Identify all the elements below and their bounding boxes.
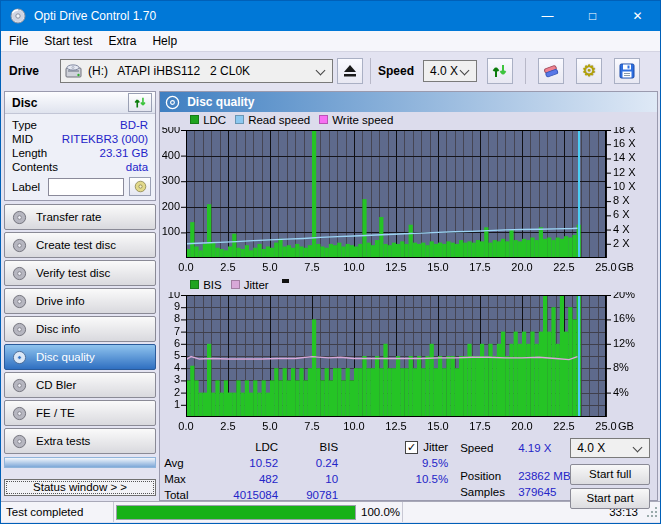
position-info-value: 23862 MB	[518, 470, 570, 486]
bis-jitter-chart	[160, 292, 657, 436]
position-info-label: Position	[460, 470, 518, 486]
bis-legend-label: BIS	[203, 279, 222, 291]
disc-refresh-button[interactable]	[128, 93, 152, 112]
sidebar-item-cd-bler[interactable]: CD Bler	[4, 372, 156, 398]
cd-icon	[12, 238, 27, 253]
menu-extra[interactable]: Extra	[100, 31, 144, 51]
minimize-button[interactable]: —	[525, 1, 570, 31]
sidebar-divider	[4, 457, 156, 468]
ldc-swatch	[190, 115, 199, 124]
cd-icon	[165, 95, 180, 110]
speed-value: 4.0 X	[430, 64, 458, 78]
disc-mid-value: RITEKBR3 (000)	[62, 133, 148, 145]
disc-label-label: Label	[12, 181, 40, 193]
bis-swatch	[190, 280, 199, 289]
refresh-icon	[492, 63, 508, 79]
legend-item-write-speed: Write speed	[319, 114, 393, 126]
legend-item-jitter: Jitter	[231, 279, 269, 291]
disc-label-button[interactable]	[129, 177, 151, 196]
toolbar: Drive (H:) ATAPI iHBS112 2 CL0K Speed 4.…	[1, 52, 660, 89]
chevron-down-icon	[634, 444, 642, 452]
toolbar-separator	[370, 58, 371, 84]
menu-file[interactable]: File	[1, 31, 36, 51]
menu-help[interactable]: Help	[144, 31, 185, 51]
speed-select[interactable]: 4.0 X	[423, 60, 477, 82]
legend-item-read-speed: Read speed	[235, 114, 310, 126]
results-table: LDC BIS ✓ Jitter Avg 10.52 0.24	[164, 439, 448, 503]
sidebar-item-disc-quality[interactable]: Disc quality	[4, 344, 156, 370]
sidebar-item-create-test-disc[interactable]: Create test disc	[4, 232, 156, 258]
disc-label-input[interactable]	[48, 178, 124, 196]
cd-icon	[12, 210, 27, 225]
legend-item-ldc: LDC	[190, 114, 226, 126]
stats-area: LDC BIS ✓ Jitter Avg 10.52 0.24	[160, 436, 657, 500]
disc-panel: Disc TypeBD-R MIDRITEKBR3 (000) Length23…	[4, 91, 156, 201]
sidebar-item-disc-info[interactable]: Disc info	[4, 316, 156, 342]
sidebar: Disc TypeBD-R MIDRITEKBR3 (000) Length23…	[1, 89, 158, 501]
samples-info-value: 379645	[518, 486, 556, 502]
speed-label: Speed	[378, 64, 414, 78]
chart2-legend: BISJitter	[160, 277, 657, 292]
read-speed-swatch	[235, 115, 244, 124]
cd-icon	[12, 378, 27, 393]
app-window: Opti Drive Control 1.70 — □ ✕ File Start…	[0, 0, 661, 524]
start-part-button[interactable]: Start part	[570, 488, 650, 509]
sidebar-item-transfer-rate[interactable]: Transfer rate	[4, 204, 156, 230]
eject-button[interactable]	[337, 58, 363, 84]
window-title: Opti Drive Control 1.70	[34, 9, 525, 23]
cd-icon	[12, 434, 27, 449]
app-disc-icon	[10, 8, 26, 24]
disc-quality-panel: Disc quality LDCRead speedWrite speed BI…	[159, 91, 658, 501]
chevron-down-icon	[461, 67, 469, 75]
gears-icon: ⚙	[582, 61, 596, 80]
start-full-button[interactable]: Start full	[570, 464, 650, 485]
disc-length-value: 23.31 GB	[100, 147, 149, 159]
save-icon	[619, 63, 635, 79]
table-row: Avg 10.52 0.24 9.5%	[164, 455, 448, 471]
cd-icon	[12, 322, 27, 337]
disc-type-value: BD-R	[120, 119, 148, 131]
disc-contents-value[interactable]: data	[126, 161, 148, 173]
sidebar-item-drive-info[interactable]: Drive info	[4, 288, 156, 314]
write-speed-swatch	[319, 115, 328, 124]
jitter-legend-label: Jitter	[244, 279, 269, 291]
read-speed-legend-label: Read speed	[248, 114, 310, 126]
maximize-button[interactable]: □	[570, 1, 615, 31]
disc-contents-label: Contents	[12, 161, 58, 173]
disc-type-label: Type	[12, 119, 37, 131]
legend-marker	[282, 279, 289, 283]
test-speed-select[interactable]: 4.0 X	[570, 438, 650, 458]
status-bar: Test completed 100.0% 33:13	[1, 501, 660, 522]
write-speed-legend-label: Write speed	[332, 114, 393, 126]
status-window-button[interactable]: Status window > >	[4, 479, 156, 496]
refresh-icon	[134, 96, 147, 109]
jitter-checkbox[interactable]: ✓ Jitter	[405, 441, 448, 454]
speed-info-label: Speed	[460, 442, 518, 458]
cd-icon	[134, 180, 147, 193]
sidebar-item-extra-tests[interactable]: Extra tests	[4, 428, 156, 454]
status-text: Test completed	[1, 502, 114, 522]
toolbar-separator	[525, 58, 526, 84]
panel-title: Disc quality	[187, 95, 254, 109]
cd-icon	[12, 266, 27, 281]
save-button[interactable]	[614, 58, 640, 84]
jitter-checkbox-label: Jitter	[423, 441, 448, 453]
cd-icon	[12, 294, 27, 309]
disc-mid-label: MID	[12, 133, 33, 145]
bis-column-header: BIS	[278, 441, 338, 453]
refresh-button[interactable]	[487, 58, 513, 84]
table-row: Max 482 10 10.5%	[164, 471, 448, 487]
drive-select[interactable]: (H:) ATAPI iHBS112 2 CL0K	[60, 59, 333, 83]
legend-item-bis: BIS	[190, 279, 222, 291]
drive-icon	[65, 64, 83, 78]
eject-icon	[343, 65, 357, 77]
chevron-down-icon	[317, 67, 325, 75]
sidebar-item-verify-test-disc[interactable]: Verify test disc	[4, 260, 156, 286]
sidebar-item-fe-te[interactable]: FE / TE	[4, 400, 156, 426]
erase-button[interactable]	[538, 58, 564, 84]
menu-start-test[interactable]: Start test	[36, 31, 100, 51]
checkbox-check-icon: ✓	[405, 441, 418, 454]
tools-button[interactable]: ⚙	[576, 58, 602, 84]
close-button[interactable]: ✕	[615, 1, 660, 31]
chart1-legend: LDCRead speedWrite speed	[160, 112, 657, 127]
